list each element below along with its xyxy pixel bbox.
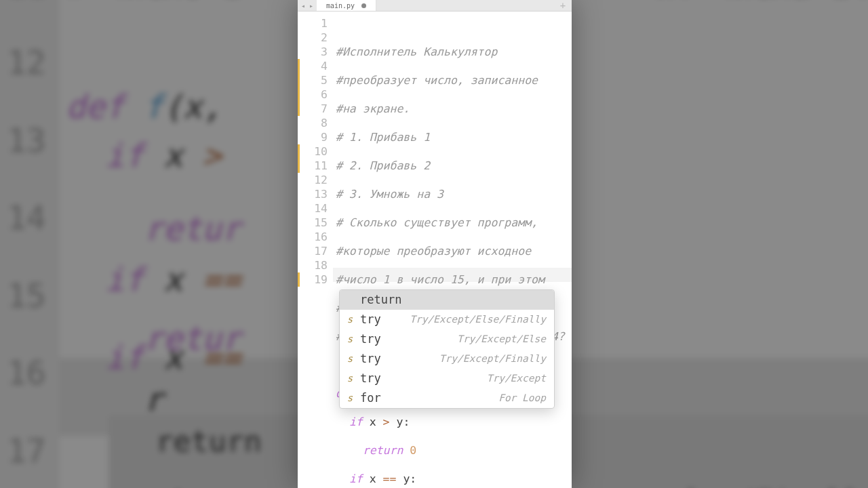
code-line: if x > y: xyxy=(336,415,572,429)
autocomplete-kind-icon: s xyxy=(345,349,355,369)
unsaved-dot-icon xyxy=(361,3,366,8)
autocomplete-word: try xyxy=(360,310,381,329)
autocomplete-word: try xyxy=(360,329,381,349)
autocomplete-desc: Try/Except/Else/Finally xyxy=(410,310,546,329)
autocomplete-word: try xyxy=(360,369,381,388)
bg-line-number: 16 xyxy=(0,335,59,412)
code-line: if x == y: xyxy=(336,472,572,486)
autocomplete-desc: Try/Except xyxy=(487,369,546,388)
code-line: #число 1 в число 15, и при этом xyxy=(336,273,545,286)
code-editor[interactable]: 12345678910111213141516171819 #Исполните… xyxy=(298,12,572,488)
code-line: #преобразует число, записанное xyxy=(336,74,538,87)
code-line: # Сколько существует программ, xyxy=(336,216,538,229)
bg-line-number: 11 xyxy=(0,0,59,24)
code-line: #которые преобразуют исходное xyxy=(336,245,531,258)
autocomplete-desc: Try/Except/Finally xyxy=(439,349,546,369)
code-area[interactable]: #Исполнитель Калькулятор #преобразует чи… xyxy=(333,12,572,488)
autocomplete-item[interactable]: s for For Loop xyxy=(340,388,554,408)
code-line: # 2. Прибавь 2 xyxy=(336,159,430,172)
autocomplete-desc: For Loop xyxy=(498,388,546,408)
bg-line-number: 12 xyxy=(0,24,59,102)
autocomplete-kind-icon: s xyxy=(345,369,355,388)
bg-line-number: 15 xyxy=(0,257,59,334)
line-gutter: 12345678910111213141516171819 xyxy=(298,12,333,488)
bg-line-number: 17 xyxy=(0,412,59,488)
code-line: #на экране. xyxy=(336,102,410,115)
autocomplete-item[interactable]: return xyxy=(340,290,554,310)
code-line: #Исполнитель Калькулятор xyxy=(336,45,497,58)
autocomplete-item[interactable]: s try Try/Except/Else/Finally xyxy=(340,310,554,329)
autocomplete-kind-icon: s xyxy=(345,388,355,408)
bg-gutter: 11 12 13 14 15 16 17 18 19 xyxy=(0,0,59,488)
autocomplete-desc: Try/Except/Else xyxy=(457,329,546,349)
code-line: return 0 xyxy=(336,443,572,458)
autocomplete-word: return xyxy=(360,290,401,310)
autocomplete-kind-icon: s xyxy=(345,310,355,329)
autocomplete-item[interactable]: s try Try/Except xyxy=(340,369,554,388)
tab-add-button[interactable]: + xyxy=(554,0,572,11)
tab-nav-arrows[interactable]: ◂ ▸ xyxy=(298,0,317,11)
bg-line-number: 13 xyxy=(0,102,59,179)
autocomplete-popup: return s try Try/Except/Else/Finally s t… xyxy=(339,289,555,409)
autocomplete-word: try xyxy=(360,349,381,369)
code-line: # 1. Прибавь 1 xyxy=(336,131,430,144)
code-line: # 3. Умножь на 3 xyxy=(336,188,443,201)
editor-window: ◂ ▸ main.py + 12345678910111213141516171… xyxy=(298,0,572,488)
bg-line-number: 14 xyxy=(0,180,59,257)
autocomplete-word: for xyxy=(360,388,381,408)
autocomplete-kind-icon: s xyxy=(345,329,355,349)
tab-label: main.py xyxy=(326,2,355,9)
tab-main-py[interactable]: main.py xyxy=(317,0,376,11)
autocomplete-item[interactable]: s try Try/Except/Finally xyxy=(340,349,554,369)
tab-bar: ◂ ▸ main.py + xyxy=(298,0,572,12)
autocomplete-item[interactable]: s try Try/Except/Else xyxy=(340,329,554,349)
